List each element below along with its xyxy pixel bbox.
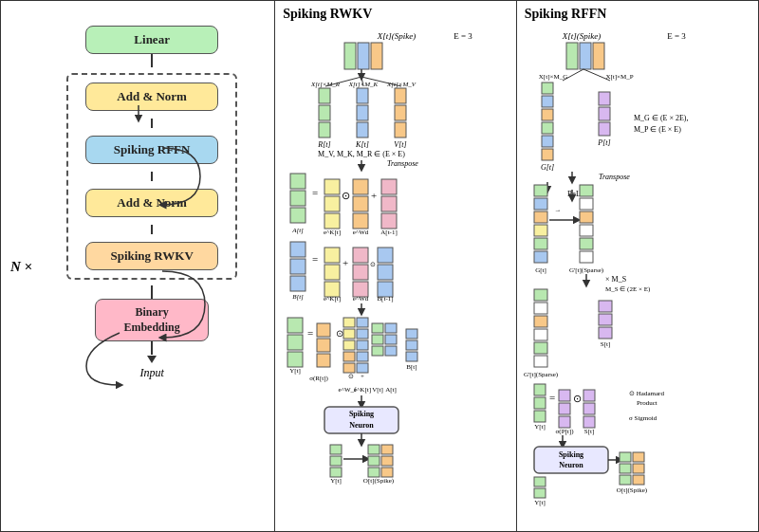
middle-title: Spiking RWKV xyxy=(283,7,508,22)
svg-rect-83 xyxy=(343,363,355,373)
svg-text:A[t-1]: A[t-1] xyxy=(381,229,398,236)
spiking-rwkv-box: Spiking RWKV xyxy=(85,242,218,270)
svg-rect-23 xyxy=(395,122,406,138)
svg-rect-57 xyxy=(353,265,368,280)
main-container: N × Linear Add & Norm Spiking RFFN xyxy=(0,0,759,532)
svg-text:Transpose: Transpose xyxy=(387,159,418,168)
svg-text:+: + xyxy=(361,373,364,380)
svg-rect-28 xyxy=(290,174,305,189)
svg-rect-35 xyxy=(324,213,340,229)
svg-text:X[t]×M_V: X[t]×M_V xyxy=(386,81,417,88)
svg-rect-68 xyxy=(287,335,303,350)
svg-rect-147 xyxy=(534,185,547,196)
svg-rect-72 xyxy=(317,323,330,337)
svg-text:Spiking: Spiking xyxy=(559,450,583,459)
svg-rect-173 xyxy=(599,301,612,312)
svg-text:X[t](Spike): X[t](Spike) xyxy=(377,31,417,41)
svg-text:B[t]: B[t] xyxy=(292,293,304,301)
svg-rect-56 xyxy=(353,248,368,263)
svg-rect-84 xyxy=(357,352,368,361)
svg-rect-52 xyxy=(324,248,340,263)
svg-rect-171 xyxy=(534,356,547,367)
svg-text:σ  Sigmoid: σ Sigmoid xyxy=(629,414,657,422)
svg-text:O[t](Spike): O[t](Spike) xyxy=(363,477,395,485)
svg-rect-174 xyxy=(599,314,612,325)
svg-rect-152 xyxy=(534,251,547,263)
left-panel: N × Linear Add & Norm Spiking RFFN xyxy=(1,1,275,531)
svg-text:Y[t]: Y[t] xyxy=(534,499,546,506)
svg-rect-189 xyxy=(583,416,595,428)
svg-text:S[t]: S[t] xyxy=(583,428,594,435)
svg-text:R[t]: R[t] xyxy=(318,140,331,149)
svg-rect-74 xyxy=(317,354,330,367)
svg-rect-80 xyxy=(357,329,368,339)
svg-text:Y[t]: Y[t] xyxy=(534,423,546,431)
svg-rect-88 xyxy=(372,323,383,333)
svg-rect-91 xyxy=(385,323,397,333)
svg-rect-168 xyxy=(534,316,547,327)
svg-rect-77 xyxy=(343,329,355,339)
svg-text:E = 3: E = 3 xyxy=(454,31,472,41)
svg-text:⊙: ⊙ xyxy=(348,373,354,380)
svg-text:⊙: ⊙ xyxy=(572,393,581,404)
svg-rect-129 xyxy=(542,83,553,94)
svg-rect-29 xyxy=(290,191,305,206)
svg-rect-90 xyxy=(372,346,383,356)
svg-rect-14 xyxy=(319,105,330,120)
svg-text:P[t]: P[t] xyxy=(597,138,610,147)
svg-text:M_P ∈ (E × E): M_P ∈ (E × E) xyxy=(634,125,681,134)
svg-rect-159 xyxy=(580,225,593,236)
svg-text:X[t](Spike): X[t](Spike) xyxy=(561,31,601,41)
svg-rect-5 xyxy=(371,43,382,69)
svg-rect-199 xyxy=(534,477,546,486)
svg-text:G'[t](Sparse): G'[t](Sparse) xyxy=(524,371,559,378)
svg-rect-151 xyxy=(534,238,547,249)
svg-rect-167 xyxy=(534,303,547,314)
svg-rect-137 xyxy=(599,107,610,120)
svg-rect-183 xyxy=(559,403,570,414)
svg-rect-114 xyxy=(368,456,380,466)
svg-rect-85 xyxy=(357,363,368,373)
svg-rect-115 xyxy=(368,468,380,477)
input-label: Input xyxy=(139,366,163,380)
svg-rect-188 xyxy=(583,403,595,414)
svg-rect-17 xyxy=(357,88,368,103)
add-norm-2-box: Add & Norm xyxy=(85,189,218,217)
svg-rect-41 xyxy=(381,179,397,194)
svg-text:σ(R[t]): σ(R[t]) xyxy=(309,375,328,382)
svg-rect-89 xyxy=(372,335,383,344)
svg-rect-166 xyxy=(534,289,547,301)
binary-embedding-box: Binary Embedding xyxy=(95,299,209,341)
nx-label: N × xyxy=(10,258,32,274)
svg-text:e^Wd: e^Wd xyxy=(353,229,369,236)
svg-text:e^K[t]: e^K[t] xyxy=(324,295,341,303)
svg-rect-30 xyxy=(290,208,305,223)
svg-text:⊙: ⊙ xyxy=(336,328,343,339)
arrow-to-input xyxy=(147,356,157,363)
svg-text:B[t]: B[t] xyxy=(407,363,417,371)
svg-rect-202 xyxy=(620,452,631,462)
svg-rect-184 xyxy=(559,416,570,428)
middle-diagram-svg: X[t](Spike) E = 3 X[t]×M_R X[t]×M_K X[t]… xyxy=(283,26,509,509)
svg-text:+: + xyxy=(342,257,348,268)
svg-text:σ(P[t]): σ(P[t]) xyxy=(555,428,574,435)
svg-rect-132 xyxy=(542,122,553,134)
svg-text:X[t]×M_R: X[t]×M_R xyxy=(310,81,341,88)
svg-rect-110 xyxy=(330,468,342,477)
svg-rect-21 xyxy=(395,88,406,103)
svg-rect-187 xyxy=(583,390,595,401)
add-norm-1-box: Add & Norm xyxy=(85,83,218,111)
svg-rect-113 xyxy=(368,445,380,454)
svg-rect-42 xyxy=(381,196,397,211)
svg-rect-205 xyxy=(633,452,644,462)
svg-text:Neuron: Neuron xyxy=(559,461,583,469)
svg-rect-22 xyxy=(395,105,406,120)
svg-text:× M_S: × M_S xyxy=(605,275,626,284)
svg-text:+: + xyxy=(371,190,377,201)
svg-rect-69 xyxy=(287,352,303,367)
svg-rect-148 xyxy=(534,198,547,210)
svg-rect-43 xyxy=(381,213,397,229)
svg-rect-73 xyxy=(317,339,330,352)
svg-rect-117 xyxy=(381,456,393,466)
svg-text:E = 3: E = 3 xyxy=(667,31,686,41)
